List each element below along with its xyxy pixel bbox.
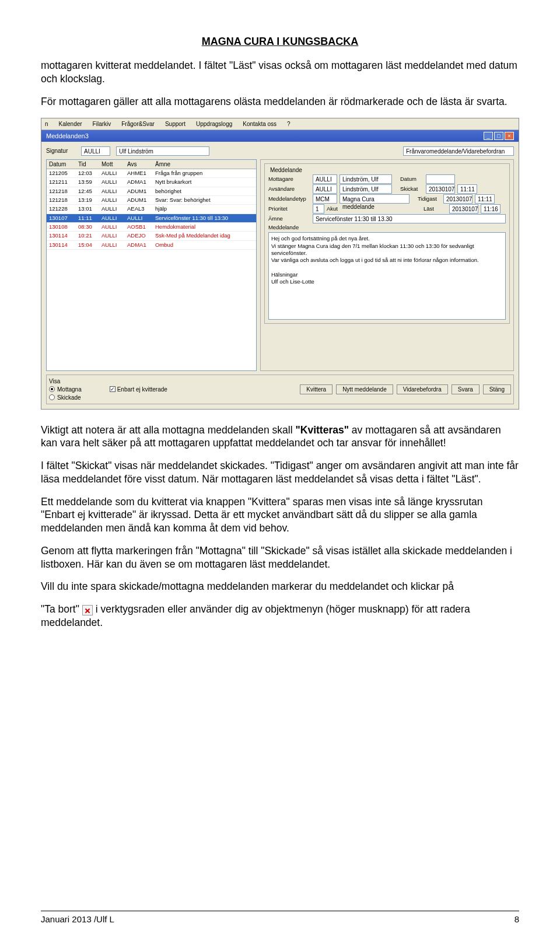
radio-skickade-label: Skickade <box>57 394 81 401</box>
vidarebefordra-button[interactable]: Vidarebefordra <box>397 384 448 394</box>
message-body: Hej och god fortsättning på det nya året… <box>268 232 506 320</box>
paragraph-7b: "Ta bort" i verktygsraden eller använder… <box>41 603 519 629</box>
medtyp-label: Meddelandetyp <box>268 195 310 202</box>
avsandare-code: AULLI <box>313 184 337 194</box>
last-date: 20130107 <box>449 204 478 214</box>
table-row[interactable]: 13011415:04AULLIADMA1Ombud <box>47 241 256 250</box>
table-row[interactable]: 13010808:30AULLIAOSB1Hemdokmaterial <box>47 223 256 232</box>
col-amne: Ämne <box>155 160 254 168</box>
delete-icon <box>82 605 93 615</box>
minimize-icon[interactable]: _ <box>484 132 493 140</box>
app-screenshot: n Kalender Filarkiv Frågor&Svar Support … <box>41 118 519 410</box>
last-label: Läst <box>424 205 447 212</box>
skickat-date: 20130107 <box>426 184 455 194</box>
nytt-meddelande-button[interactable]: Nytt meddelande <box>336 384 393 394</box>
app-menubar: n Kalender Filarkiv Frågor&Svar Support … <box>41 118 519 130</box>
franvaro-button[interactable]: Frånvaromeddelande/Vidarebefordran <box>403 146 514 156</box>
menu-help[interactable]: ? <box>287 120 290 128</box>
datum-field <box>426 174 455 184</box>
menu-item[interactable]: Frågor&Svar <box>121 120 155 128</box>
avsandare-name: Lindström, Ulf <box>340 184 392 194</box>
chk-enbart-label: Enbart ej kvitterade <box>117 386 167 393</box>
paragraph-7a: Vill du inte spara skickade/mottagna med… <box>41 580 519 593</box>
avsandare-label: Avsändare <box>268 186 310 193</box>
medtyp-code: MCM <box>313 194 337 204</box>
table-row[interactable]: 12121113:59AULLIADMA1Nytt brukarkort <box>47 178 256 187</box>
menu-item[interactable]: n <box>45 120 48 128</box>
table-row[interactable]: 12121813:19AULLIADUM1Svar: Svar: behörig… <box>47 196 256 205</box>
tidigast-time: 11:11 <box>475 194 495 204</box>
skickat-time: 11:11 <box>457 184 477 194</box>
radio-skickade[interactable] <box>49 394 55 400</box>
medtyp-name: Magna Cura meddelande <box>340 194 410 204</box>
paragraph-6: Genom att flytta markeringen från "Motta… <box>41 544 519 571</box>
col-avs: Avs <box>127 160 154 168</box>
col-tid: Tid <box>78 160 100 168</box>
table-row[interactable]: 12121812:45AULLIADUM1behörighet <box>47 187 256 196</box>
skickat-label: Skickat <box>400 186 424 193</box>
akut-label: Akut <box>327 205 356 212</box>
detail-title: Meddelande <box>268 166 304 174</box>
last-time: 11:16 <box>481 204 501 214</box>
table-row[interactable]: 12120512:03AULLIAHME1Fråga från gruppen <box>47 169 256 178</box>
tidigast-label: Tidigast <box>418 195 441 202</box>
col-datum: Datum <box>49 160 77 168</box>
footer-left: Januari 2013 /Ulf L <box>41 914 114 925</box>
paragraph-1: mottagaren kvitterat meddelandet. I fält… <box>41 59 519 86</box>
window-titlebar: Meddelanden3 _ □ × <box>41 130 519 142</box>
signatur-label: Signatur <box>46 147 75 155</box>
footer-page: 8 <box>514 914 519 925</box>
close-icon[interactable]: × <box>505 132 514 140</box>
table-row[interactable]: 12122813:01AULLIAEAL3hjälp <box>47 205 256 214</box>
datum-label: Datum <box>400 176 424 183</box>
stang-button[interactable]: Stäng <box>483 384 511 394</box>
doc-header: MAGNA CURA I KUNGSBACKA <box>41 35 519 48</box>
amne-value: Servicefönster 11:30 till 13.30 <box>313 214 506 223</box>
mottagare-code: AULLI <box>313 174 337 184</box>
message-detail: Meddelande Mottagare AULLI Lindström, Ul… <box>260 159 514 371</box>
window-title: Meddelanden3 <box>46 132 89 140</box>
msg-label: Meddelande <box>268 224 310 231</box>
mottagare-name: Lindström, Ulf <box>340 174 392 184</box>
radio-mottagna[interactable] <box>49 386 55 392</box>
svara-button[interactable]: Svara <box>452 384 480 394</box>
table-row[interactable]: 13010711:11AULLIAULLIServicefönster 11:3… <box>47 214 256 223</box>
chk-enbart[interactable]: ✓ <box>110 386 116 392</box>
paragraph-5: Ett meddelande som du kvitterat via knap… <box>41 495 519 535</box>
message-list[interactable]: Datum Tid Mott Avs Ämne 12120512:03AULLI… <box>46 159 257 371</box>
col-mott: Mott <box>102 160 126 168</box>
amne-label: Ämne <box>268 215 310 222</box>
menu-item[interactable]: Filarkiv <box>93 120 111 128</box>
menu-item[interactable]: Kalender <box>59 120 82 128</box>
paragraph-3: Viktigt att notera är att alla mottagna … <box>41 424 519 450</box>
table-row[interactable]: 13011410:21AULLIADEJOSsk-Med på Meddelan… <box>47 232 256 240</box>
menu-item[interactable]: Kontakta oss <box>243 120 276 128</box>
mottagare-label: Mottagare <box>268 176 310 183</box>
visa-label: Visa <box>49 377 167 385</box>
signatur-code-field[interactable]: AULLI <box>81 146 110 156</box>
prioritet-value: 1 <box>313 204 324 214</box>
radio-mottagna-label: Mottagna <box>57 386 82 393</box>
menu-item[interactable]: Support <box>165 120 186 128</box>
tidigast-date: 20130107 <box>443 194 473 204</box>
paragraph-4: I fältet "Skickat" visas när meddelandet… <box>41 459 519 486</box>
maximize-icon[interactable]: □ <box>494 132 503 140</box>
kvittera-button[interactable]: Kvittera <box>300 384 332 394</box>
menu-item[interactable]: Uppdragslogg <box>196 120 232 128</box>
prioritet-label: Prioritet <box>268 205 310 212</box>
signatur-name-field[interactable]: Ulf Lindström <box>116 146 209 156</box>
paragraph-2: För mottagaren gäller att alla mottagare… <box>41 95 519 109</box>
